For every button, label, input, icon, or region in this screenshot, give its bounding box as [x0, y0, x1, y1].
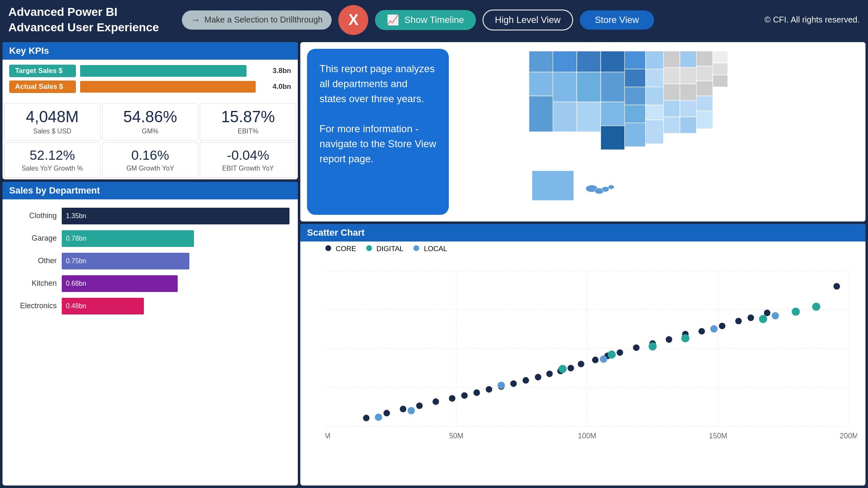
- dot-core-23: [666, 336, 672, 343]
- us-map-svg: [455, 42, 865, 221]
- dot-core-8: [473, 390, 480, 396]
- info-map-section: This report page analyzes all department…: [300, 42, 865, 221]
- dot-core-21: [633, 345, 640, 351]
- dot-core-25: [698, 328, 705, 335]
- dot-digital-6: [792, 307, 800, 316]
- state-fl: [697, 111, 713, 129]
- dept-chart: Clothing 1.35bn Garage 0.78bn Other 0.75…: [3, 199, 298, 321]
- dot-local-6: [772, 312, 779, 319]
- state-ar: [646, 105, 664, 120]
- metric-sales-label: Sales $ USD: [10, 128, 95, 135]
- dept-bar-garage-container: 0.78bn: [62, 230, 289, 247]
- metric-gm-growth-value: 0.16%: [108, 148, 193, 163]
- dot-core-4: [416, 402, 423, 409]
- target-label: Target Sales $: [9, 65, 76, 77]
- dot-digital-4: [681, 334, 689, 342]
- dot-local-4: [600, 355, 607, 363]
- dept-name-garage: Garage: [11, 234, 57, 243]
- info-text-line2: For more information - navigate to the S…: [320, 121, 436, 166]
- state-la: [646, 120, 664, 143]
- state-wv-va: [680, 84, 696, 100]
- dot-digital-2: [608, 350, 616, 359]
- timeline-label: Show Timeline: [404, 15, 464, 25]
- state-pa: [697, 66, 713, 81]
- info-box: This report page analyzes all department…: [307, 49, 449, 215]
- metric-ebit-label: EBIT%: [205, 128, 291, 135]
- local-label: LOCAL: [424, 245, 447, 253]
- state-sd: [625, 69, 646, 87]
- state-hi-4: [608, 185, 614, 189]
- clear-button[interactable]: X: [338, 5, 368, 35]
- metric-gm-growth: 0.16% GM Growth YoY: [102, 142, 199, 178]
- state-co: [601, 72, 624, 102]
- metric-gm-label: GM%: [108, 128, 193, 135]
- state-nc: [697, 81, 713, 96]
- legend-item-local: LOCAL: [413, 245, 447, 253]
- dept-name-other: Other: [11, 257, 57, 265]
- dot-core-6: [449, 395, 455, 402]
- legend-item-digital: DIGITAL: [366, 245, 404, 253]
- dept-bar-clothing: 1.35bn: [62, 208, 289, 224]
- dept-name-electronics: Electronics: [11, 302, 57, 310]
- state-mo: [646, 87, 664, 105]
- kpi-section-header: Key KPIs: [3, 42, 298, 60]
- actual-bar-track: [80, 81, 265, 93]
- dot-core-11: [510, 380, 517, 387]
- info-text-line1: This report page analyzes all department…: [320, 61, 436, 106]
- dept-row-electronics: Electronics 0.48bn: [11, 298, 289, 314]
- digital-dot: [366, 245, 372, 251]
- metric-yoy-value: 52.12%: [10, 148, 95, 163]
- dot-core-16: [568, 365, 574, 372]
- kpi-metrics-row1: 4,048M Sales $ USD 54.86% GM% 15.87% EBI…: [3, 101, 298, 142]
- dot-core-1: [363, 415, 370, 421]
- timeline-icon: 📈: [387, 14, 399, 26]
- dept-section: Sales by Department Clothing 1.35bn Gara…: [3, 182, 298, 485]
- state-az: [553, 102, 577, 132]
- state-nm: [577, 102, 601, 132]
- dot-core-9: [486, 386, 492, 393]
- high-level-button[interactable]: High Level View: [483, 10, 573, 30]
- kpi-section: Key KPIs Target Sales $ 3.8bn Actual Sal…: [3, 42, 298, 179]
- dot-core-7: [461, 392, 468, 399]
- high-level-label: High Level View: [495, 15, 561, 25]
- state-ks: [625, 105, 646, 123]
- state-ne: [625, 87, 646, 105]
- header: Advanced Power BI Advanced User Experien…: [0, 0, 868, 40]
- dept-section-header: Sales by Department: [3, 182, 298, 199]
- scatter-legend: CORE DIGITAL LOCAL: [300, 241, 865, 257]
- dot-digital-3: [649, 342, 657, 351]
- timeline-button[interactable]: 📈 Show Timeline: [375, 10, 476, 30]
- state-ms: [664, 117, 680, 133]
- state-nd: [625, 51, 646, 69]
- state-wi: [664, 51, 680, 68]
- dot-core-18: [592, 357, 599, 363]
- state-md-dc: [713, 75, 728, 87]
- metric-ebit-growth-label: EBIT Growth YoY: [205, 165, 291, 172]
- copyright: © CFI. All rights reserved.: [765, 15, 860, 25]
- state-il: [664, 68, 680, 84]
- drillthrough-button[interactable]: → Make a Selection to Drillthrough: [182, 10, 332, 30]
- store-view-label: Store View: [595, 15, 639, 25]
- dot-core-30: [833, 283, 840, 290]
- dept-bar-electronics: 0.48bn: [62, 298, 144, 314]
- state-tx2: [601, 126, 624, 150]
- dot-core-17: [578, 361, 584, 367]
- target-bar-fill: [80, 65, 247, 77]
- digital-label: DIGITAL: [377, 245, 404, 253]
- state-wy: [601, 51, 624, 72]
- dot-digital-5: [759, 315, 767, 323]
- metric-gm-value: 54.86%: [108, 108, 193, 126]
- title-line2: Advanced User Experience: [8, 21, 159, 34]
- state-mn: [646, 51, 664, 69]
- dot-local-1: [375, 413, 382, 421]
- dot-core-26: [719, 323, 726, 330]
- store-view-button[interactable]: Store View: [580, 10, 654, 30]
- xlabel-100: 100M: [578, 432, 596, 440]
- core-label: CORE: [336, 245, 356, 253]
- dot-core-28: [747, 314, 754, 321]
- x-icon: X: [348, 11, 358, 29]
- scatter-section: Scatter Chart CORE DIGITAL LOCAL: [300, 224, 865, 485]
- dept-name-kitchen: Kitchen: [11, 279, 57, 288]
- main-content: Key KPIs Target Sales $ 3.8bn Actual Sal…: [0, 40, 868, 488]
- scatter-header: Scatter Chart: [300, 224, 865, 241]
